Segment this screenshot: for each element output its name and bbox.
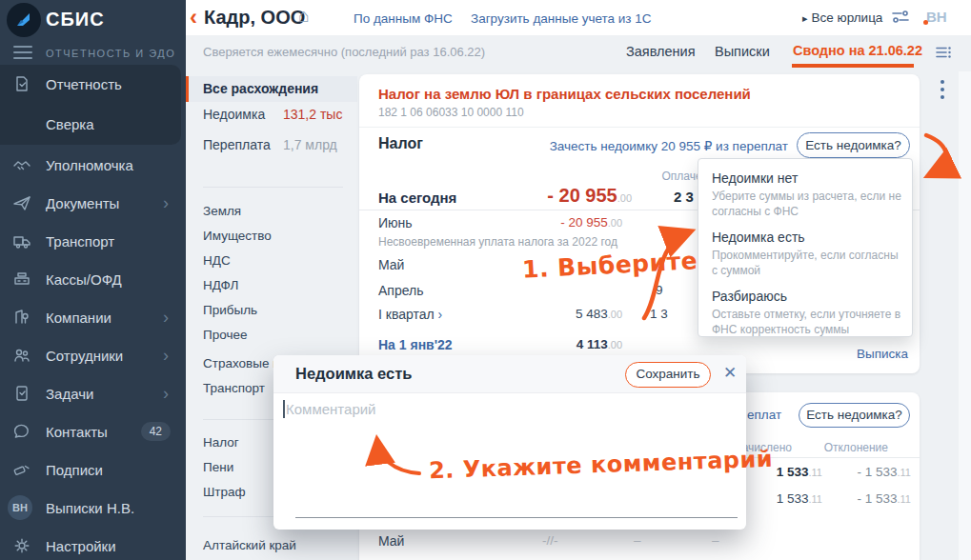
sidebar-item-companies[interactable]: Компании › (0, 298, 186, 336)
divider (359, 127, 920, 128)
sidebar-item-label: Компании (46, 310, 111, 326)
usb-key-icon (12, 460, 31, 479)
tasks-icon (12, 384, 31, 403)
brand-tagline: отчетность и эдо (46, 48, 175, 59)
filter-region[interactable]: Алтайский край (203, 538, 296, 552)
amount-cents: .11 (809, 493, 822, 505)
row-label-text: I квартал (378, 307, 435, 322)
sidebar-item-reconciliation[interactable]: Сверка (0, 105, 186, 143)
filter-kind-penalty[interactable]: Пени (203, 460, 233, 474)
row-label-june[interactable]: Июнь (378, 215, 413, 230)
filter-tax-ndfl[interactable]: НДФЛ (203, 278, 238, 292)
sidebar-item-contacts[interactable]: Контакты 42 (0, 412, 186, 450)
filter-tax-profit[interactable]: Прибыль (203, 303, 257, 317)
report-icon (12, 74, 31, 93)
filter-tax-other[interactable]: Прочее (203, 328, 247, 342)
offset-arrears-link[interactable]: Зачесть недоимку 20 955 ₽ из переплат (550, 138, 788, 153)
user-avatar[interactable]: ВН (926, 9, 947, 25)
has-arrears-button-2[interactable]: Есть недоимка? (799, 403, 910, 428)
sidebar-item-tasks[interactable]: Задачи › (0, 374, 186, 412)
filter-tax-land[interactable]: Земля (203, 204, 241, 218)
tab-row: Сверяется ежемесячно (последний раз 16.0… (186, 35, 971, 71)
sidebar-item-label: Документы (46, 195, 119, 211)
sidebar-item-transport[interactable]: Транспорт (0, 222, 186, 260)
text-cursor (283, 400, 285, 418)
tab-summary[interactable]: Сводно на 21.06.22 (793, 43, 922, 58)
chevron-right-icon: › (163, 309, 169, 326)
company-icon (12, 308, 31, 327)
sidebar-item-label: Кассы/ОФД (46, 271, 122, 288)
tab-applications[interactable]: Заявления (626, 44, 696, 59)
amount-cents: .00 (617, 192, 632, 204)
row-label-q1[interactable]: I квартал › (378, 307, 442, 322)
menu-item-no-arrears[interactable]: Недоимки нет Уберите суммы из расчета, е… (712, 170, 902, 219)
june-note: Несвоевременная уплата налога за 2022 го… (378, 235, 617, 249)
row-label-april[interactable]: Апрель (378, 283, 424, 298)
filter-overpayment[interactable]: Переплата 1,7 млрд (203, 137, 271, 152)
row-label-jan[interactable]: На 1 янв'22 (378, 337, 453, 352)
kbk-code: 182 1 06 06033 10 0000 110 (378, 106, 524, 119)
chevron-right-icon: › (163, 347, 169, 364)
list-settings-icon[interactable] (936, 46, 952, 59)
filter-label: Недоимка (203, 107, 265, 122)
home-icon[interactable]: ⌂ (298, 5, 310, 27)
section-title: Налог (378, 135, 423, 152)
tab-statements[interactable]: Выписки (715, 44, 770, 59)
filter-arrears[interactable]: Недоимка 131,2 тыс (203, 107, 265, 122)
sidebar-item-employees[interactable]: Сотрудники › (0, 336, 186, 374)
gear-icon (12, 536, 31, 555)
sidebar-item-signatures[interactable]: Подписи (0, 450, 186, 489)
amount-value: - 1 533 (857, 465, 897, 479)
amount-value: - 1 533 (857, 491, 897, 506)
save-button[interactable]: Сохранить (625, 362, 711, 388)
today-amount: - 20 955.00 (547, 185, 632, 207)
sidebar-item-cash-registers[interactable]: Кассы/ОФД (0, 260, 186, 298)
deviation-column-header: Отклонение (824, 441, 888, 454)
top-header: ‹ Кадр, ООО ⌂ По данным ФНС Загрузить да… (186, 0, 971, 35)
sidebar-item-label: Задачи (46, 386, 93, 402)
sbis-logo-icon[interactable] (7, 3, 41, 37)
filter-kind-tax[interactable]: Налог (203, 435, 239, 450)
overpayment-amount: 1,7 млрд (283, 137, 337, 152)
filter-kind-fine[interactable]: Штраф (203, 485, 246, 499)
hamburger-menu-icon[interactable] (13, 46, 32, 59)
offset-link-fragment[interactable]: еплат (747, 408, 781, 422)
sidebar-item-settings[interactable]: Настройки (0, 527, 186, 560)
company-title[interactable]: Кадр, ООО (204, 7, 305, 29)
modal-header: Недоимка есть Сохранить ✕ (273, 355, 746, 393)
app-screen: СБИС отчетность и эдо Отчетность Сверка … (0, 0, 971, 560)
row-label-may-2[interactable]: Май (378, 533, 404, 549)
row-label-may[interactable]: Май (378, 257, 404, 272)
tax-title[interactable]: Налог на землю ЮЛ в границах сельских по… (378, 86, 751, 102)
accrued-value: 1 533.11 (777, 491, 822, 506)
filter-all-discrepancies[interactable]: Все расхождения (186, 76, 357, 102)
view-tune-icon[interactable] (891, 10, 910, 25)
has-arrears-button[interactable]: Есть недоимка? (797, 132, 910, 158)
paper-plane-icon (12, 193, 31, 212)
comment-placeholder: Комментарий (286, 401, 375, 417)
sidebar-item-label: Настройки (46, 538, 116, 554)
filter-tax-property[interactable]: Имущество (203, 229, 272, 243)
menu-item-desc: Прокомментируйте, если согласны с суммой (712, 248, 902, 278)
sidebar-item-proxy[interactable]: Уполномочка (0, 146, 186, 184)
filter-tax-vat[interactable]: НДС (203, 253, 231, 268)
fns-data-link[interactable]: По данным ФНС (354, 11, 453, 26)
filter-label: Переплата (203, 137, 271, 152)
filter-tax-insurance[interactable]: Страховые в (203, 356, 279, 370)
amount-cents: .11 (809, 467, 822, 478)
kebab-menu-icon[interactable] (939, 80, 946, 103)
sidebar-item-documents[interactable]: Документы › (0, 184, 186, 222)
import-1c-link[interactable]: Загрузить данные учета из 1С (471, 11, 652, 26)
menu-item-investigating[interactable]: Разбираюсь Оставьте отметку, если уточня… (712, 289, 902, 337)
chevron-right-icon: › (163, 385, 169, 402)
sync-status-text: Сверяется ежемесячно (последний раз 16.0… (203, 45, 485, 59)
back-icon[interactable]: ‹ (190, 4, 197, 30)
statement-link[interactable]: Выписка (857, 347, 908, 361)
sidebar-item-statements-nv[interactable]: ВН Выписки Н.В. (0, 489, 186, 527)
all-entities-selector[interactable]: ▸Все юрлица (802, 10, 882, 25)
scrollbar-track[interactable] (959, 71, 971, 560)
sidebar-item-reports[interactable]: Отчетность (0, 65, 186, 103)
filter-tax-transport[interactable]: Транспорт (203, 381, 265, 395)
close-icon[interactable]: ✕ (723, 363, 737, 383)
menu-item-has-arrears[interactable]: Недоимка есть Прокомментируйте, если сог… (712, 230, 902, 278)
